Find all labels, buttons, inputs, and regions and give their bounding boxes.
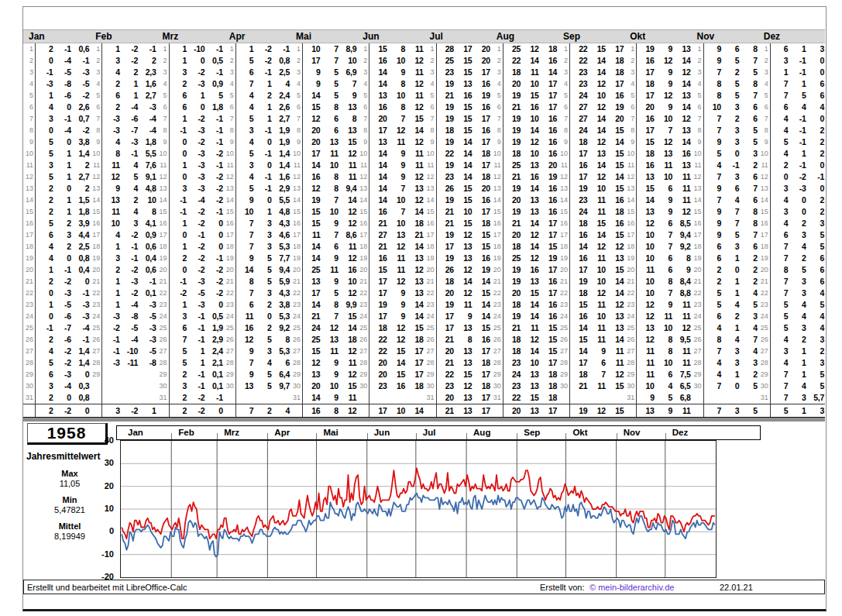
value-cell: 0 — [254, 160, 272, 171]
value-cell: 15 — [455, 102, 473, 113]
day-number: 7 — [290, 113, 301, 125]
value-cell: 0 — [36, 311, 53, 322]
table-row: 221-20,1 — [90, 287, 156, 299]
day-number: 23 — [692, 299, 702, 311]
value-group: 1-20 — [169, 241, 224, 253]
value-cell: 14 — [570, 241, 588, 253]
value-cell: 7 — [236, 287, 254, 299]
value-group: 14911 — [636, 194, 691, 206]
value-group: 181214 — [569, 287, 624, 299]
table-row: 27181415 — [491, 346, 558, 357]
day-number: 30 — [23, 380, 33, 392]
value-cell: -8 — [139, 357, 156, 369]
day-number: 22 — [692, 287, 702, 299]
value-group: 512,4 — [169, 346, 224, 357]
value-cell: 20 — [503, 194, 521, 206]
table-row — [224, 392, 290, 404]
table-row: 12131011 — [624, 171, 691, 183]
value-cell: 0 — [205, 299, 223, 311]
value-group: 221218 — [369, 334, 424, 346]
value-group: 0-3-2 — [169, 171, 224, 183]
value-cell: 18 — [406, 218, 424, 229]
value-cell: 7 — [655, 229, 673, 241]
value-cell: 4 — [273, 404, 290, 417]
table-row: 3725 — [692, 67, 758, 78]
value-cell: 14 — [637, 194, 655, 206]
value-cell: 7 — [236, 218, 254, 229]
value-cell: 9 — [388, 148, 406, 160]
value-cell: 17 — [540, 78, 558, 90]
value-cell: 3 — [789, 276, 806, 287]
value-cell: 8 — [455, 334, 473, 346]
value-cell: 5 — [740, 136, 758, 148]
value-cell: 2,5 — [273, 67, 290, 78]
value-cell: -3 — [121, 276, 139, 287]
table-row: 4957 — [290, 78, 357, 90]
table-row: 16523,9 — [23, 218, 90, 229]
value-cell: 12 — [388, 241, 406, 253]
value-cell: -2 — [53, 346, 71, 357]
day-number: 4 — [90, 78, 100, 90]
day-number: 25 — [491, 322, 501, 334]
table-row: 193-10,4 — [90, 253, 156, 264]
day-number: 14 — [23, 194, 33, 206]
value-cell: 3 — [254, 287, 272, 299]
value-cell: 1 — [254, 206, 272, 218]
value-cell: 14 — [521, 55, 539, 67]
day-number: 17 — [624, 229, 634, 241]
day-number: 24 — [157, 311, 167, 322]
value-group: 161012 — [369, 55, 424, 67]
value-cell: 14 — [369, 67, 387, 78]
value-cell: 17 — [607, 78, 624, 90]
value-cell: 16 — [369, 55, 387, 67]
value-cell: 20 — [473, 43, 490, 55]
value-cell — [607, 392, 624, 404]
table-row: 22734 — [758, 287, 825, 299]
footer-link[interactable]: © mein-bilderarchiv.de — [589, 580, 674, 595]
value-cell: 13 — [455, 322, 473, 334]
value-group: 16812 — [369, 102, 424, 113]
value-cell: -2 — [254, 43, 272, 55]
table-row: 201459,4 — [224, 264, 290, 276]
value-cell: 14 — [369, 194, 387, 206]
value-cell: 18 — [503, 148, 521, 160]
value-group: 121111 — [636, 311, 691, 322]
value-cell: 19 — [503, 276, 521, 287]
value-cell: 13 — [673, 160, 691, 171]
value-group: 745 — [770, 241, 825, 253]
day-number: 31 — [758, 392, 768, 404]
value-cell: 18 — [473, 218, 490, 229]
value-cell: 4,8 — [273, 206, 290, 218]
table-row: 231-5-3 — [23, 299, 90, 311]
day-number: 13 — [758, 183, 768, 194]
value-cell: 9 — [388, 160, 406, 171]
day-number: 6 — [758, 102, 768, 113]
value-cell: 14 — [588, 125, 606, 136]
table-row: 4858 — [692, 78, 758, 90]
table-row — [357, 392, 424, 404]
value-cell: 20 — [637, 102, 655, 113]
value-cell: 9 — [236, 346, 254, 357]
value-group: 1-2-1 — [235, 43, 290, 55]
value-group: 6-30 — [35, 369, 90, 380]
table-row: 14746 — [692, 194, 758, 206]
value-cell: 19 — [503, 113, 521, 125]
value-group: 221416 — [503, 55, 558, 67]
value-cell: 17 — [540, 264, 558, 276]
value-cell: 4 — [36, 253, 53, 264]
value-group: 231418 — [436, 171, 491, 183]
table-row: 11301,4 — [224, 160, 290, 171]
value-cell: -7 — [53, 322, 71, 334]
value-cell: 21 — [369, 241, 387, 253]
value-group: 4-31,8 — [101, 136, 156, 148]
value-cell: -2 — [205, 148, 223, 160]
value-cell: 10 — [655, 357, 673, 369]
day-number: 3 — [424, 67, 435, 78]
value-cell: -1 — [254, 171, 272, 183]
table-row: 5422,4 — [224, 90, 290, 102]
chart-month-label: Mai — [323, 427, 338, 439]
value-cell: 4 — [102, 229, 120, 241]
value-cell: -3 — [72, 67, 90, 78]
value-group: 221517 — [569, 43, 624, 55]
value-cell: -3 — [789, 183, 806, 194]
